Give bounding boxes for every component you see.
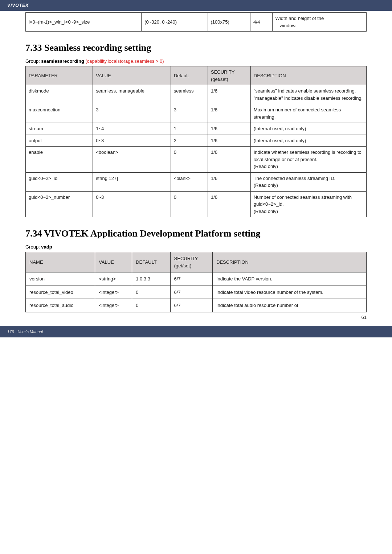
- cell-name: version: [26, 272, 95, 286]
- cell-desc: "seamless" indicates enable seamless rec…: [250, 85, 366, 104]
- cell-value: 0~3: [93, 135, 171, 147]
- table-row: maxconnection 3 3 1/6 Maximum number of …: [26, 104, 367, 123]
- table-row: resource_total_video <integer> 0 6/7 Ind…: [26, 286, 367, 299]
- group-name-1: seamlessrecording: [41, 58, 84, 64]
- cell-desc: Indicate total video resource number of …: [213, 286, 367, 299]
- cell-desc: Indicate the VADP version.: [213, 272, 367, 286]
- group-prefix-1: Group:: [25, 58, 41, 64]
- cell-name: resource_total_video: [26, 286, 95, 299]
- th-security: SECURITY (get/set): [208, 66, 250, 85]
- cell-value: 1~4: [93, 123, 171, 135]
- th-default: DEFAULT: [132, 252, 170, 272]
- page-number: 61: [0, 312, 392, 322]
- group-line-1: Group: seamlessrecording (capability.loc…: [25, 58, 367, 64]
- th-security-l1: SECURITY: [211, 69, 235, 75]
- tt-c4-line1: Width and height of the: [275, 16, 324, 21]
- cell-desc: (Internal used, read only): [250, 123, 366, 135]
- table-row: output 0~3 2 1/6 (Internal used, read on…: [26, 135, 367, 147]
- cell-default: 0: [132, 286, 170, 299]
- cell-value: 3: [93, 104, 171, 123]
- cell-parameter: output: [26, 135, 93, 147]
- cell-parameter: stream: [26, 123, 93, 135]
- cell-name: resource_total_audio: [26, 299, 95, 312]
- cell-value: seamless, manageable: [93, 85, 171, 104]
- cell-desc: (Internal used, read only): [250, 135, 366, 147]
- th-security-l2: (get/set): [211, 77, 228, 82]
- cell-security: 1/6: [208, 104, 250, 123]
- page-content: i<0~(m-1)>_win_i<0~9>_size (0~320, 0~240…: [0, 12, 392, 312]
- table-row: version <string> 1.0.3.3 6/7 Indicate th…: [26, 272, 367, 286]
- cell-security: 6/7: [170, 286, 212, 299]
- cell-default: 3: [171, 104, 208, 123]
- tt-c2: (100x75): [208, 13, 250, 32]
- cell-desc: Number of connected seamless streaming w…: [250, 191, 366, 217]
- cell-security: 6/7: [170, 299, 212, 312]
- table-row: resource_total_audio <integer> 0 6/7 Ind…: [26, 299, 367, 312]
- cell-security: 1/6: [208, 85, 250, 104]
- tt-c4-line2: window.: [275, 22, 364, 29]
- th-value: VALUE: [93, 66, 171, 85]
- top-table: i<0~(m-1)>_win_i<0~9>_size (0~320, 0~240…: [25, 12, 367, 32]
- cell-default: 1.0.3.3: [132, 272, 170, 286]
- cell-value: <boolean>: [93, 147, 171, 173]
- cell-default: <blank>: [171, 172, 208, 191]
- cell-security: 6/7: [170, 272, 212, 286]
- cell-security: 1/6: [208, 135, 250, 147]
- cell-desc: The connected seamless streaming ID. (Re…: [250, 172, 366, 191]
- th-security-l1: SECURITY: [174, 256, 198, 261]
- cell-desc: Indicate total audio resource number of: [213, 299, 367, 312]
- cell-value: 0~3: [93, 191, 171, 217]
- tt-c0: i<0~(m-1)>_win_i<0~9>_size: [26, 13, 142, 32]
- cell-default: 1: [171, 123, 208, 135]
- group-suffix-1: (capability.localstorage.seamless > 0): [84, 58, 164, 64]
- cell-default: 0: [132, 299, 170, 312]
- cell-default: 0: [171, 147, 208, 173]
- tt-c3: 4/4: [250, 13, 272, 32]
- cell-value: <integer>: [95, 286, 132, 299]
- brand-header: VIVOTEK: [0, 0, 392, 11]
- table-row: guid<0~2>_id string[127] <blank> 1/6 The…: [26, 172, 367, 191]
- cell-security: 1/6: [208, 172, 250, 191]
- cell-security: 1/6: [208, 123, 250, 135]
- footer-bar: 176 - User's Manual: [0, 326, 392, 337]
- table-row: guid<0~2>_number 0~3 0 1/6 Number of con…: [26, 191, 367, 217]
- cell-value: <integer>: [95, 299, 132, 312]
- seamless-table: PARAMETER VALUE Default SECURITY (get/se…: [25, 66, 367, 217]
- tt-c4: Width and height of the window.: [272, 13, 367, 32]
- table-row: enable <boolean> 0 1/6 Indicate whether …: [26, 147, 367, 173]
- table-row: stream 1~4 1 1/6 (Internal used, read on…: [26, 123, 367, 135]
- cell-parameter: guid<0~2>_id: [26, 172, 93, 191]
- th-name: NAME: [26, 252, 95, 272]
- cell-parameter: enable: [26, 147, 93, 173]
- footer-text: 176 - User's Manual: [7, 329, 43, 334]
- th-security: SECURITY (get/set): [170, 252, 212, 272]
- cell-default: 0: [171, 191, 208, 217]
- cell-default: seamless: [171, 85, 208, 104]
- section-heading-2: 7.34 VIVOTEK Application Development Pla…: [25, 228, 367, 239]
- cell-parameter: diskmode: [26, 85, 93, 104]
- table-row: diskmode seamless, manageable seamless 1…: [26, 85, 367, 104]
- group-line-2: Group: vadp: [25, 244, 367, 250]
- th-parameter: PARAMETER: [26, 66, 93, 85]
- th-description: DESCRIPTION: [213, 252, 367, 272]
- cell-desc: Maximum number of connected seamless str…: [250, 104, 366, 123]
- section-heading-1: 7.33 Seamless recording setting: [25, 42, 367, 53]
- cell-security: 1/6: [208, 147, 250, 173]
- cell-value: string[127]: [93, 172, 171, 191]
- th-description: DESCRIPTION: [250, 66, 366, 85]
- cell-parameter: guid<0~2>_number: [26, 191, 93, 217]
- th-security-l2: (get/set): [174, 263, 192, 268]
- brand-text: VIVOTEK: [7, 3, 29, 8]
- tt-c1: (0~320, 0~240): [142, 13, 208, 32]
- group-prefix-2: Group:: [25, 244, 41, 250]
- th-value: VALUE: [95, 252, 132, 272]
- cell-default: 2: [171, 135, 208, 147]
- cell-desc: Indicate whether seamless recording is r…: [250, 147, 366, 173]
- cell-parameter: maxconnection: [26, 104, 93, 123]
- group-name-2: vadp: [41, 244, 52, 250]
- vadp-table: NAME VALUE DEFAULT SECURITY (get/set) DE…: [25, 252, 367, 312]
- cell-security: 1/6: [208, 191, 250, 217]
- th-default: Default: [171, 66, 208, 85]
- cell-value: <string>: [95, 272, 132, 286]
